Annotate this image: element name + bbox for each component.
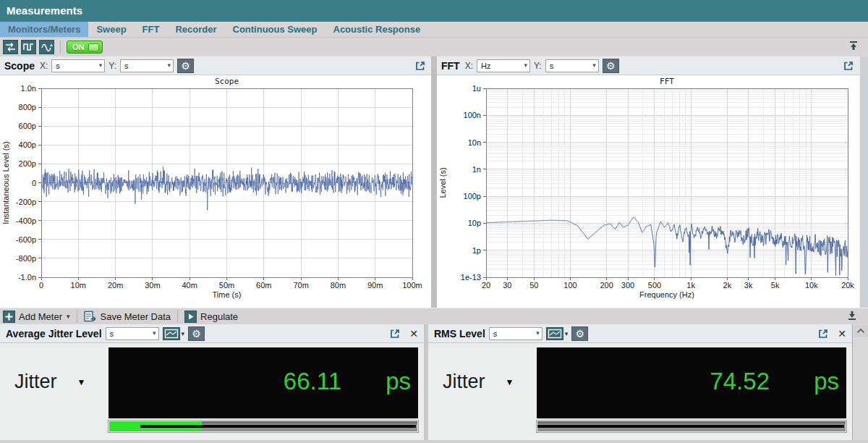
scope-panel-title: Scope: [4, 60, 35, 72]
svg-text:Level (s): Level (s): [438, 167, 447, 198]
svg-text:40m: 40m: [182, 281, 197, 290]
tab-acoustic-response[interactable]: Acoustic Response: [326, 22, 429, 37]
rms-level-unit: ps: [814, 368, 839, 395]
svg-text:3k: 3k: [744, 281, 753, 290]
svg-text:50: 50: [529, 281, 538, 290]
fft-x-unit-select[interactable]: Hz▾: [477, 59, 530, 72]
avg-jitter-unit-value: s: [110, 329, 114, 338]
svg-text:-800p: -800p: [16, 254, 36, 263]
popout-icon: [843, 60, 854, 72]
scope-x-unit-select[interactable]: s▾: [51, 59, 105, 72]
meter-style-icon: [163, 327, 180, 340]
svg-text:10p: 10p: [468, 219, 481, 227]
svg-text:20k: 20k: [841, 281, 854, 290]
svg-text:50m: 50m: [219, 281, 234, 290]
svg-text:1n: 1n: [472, 165, 481, 174]
avg-jitter-unit-select[interactable]: s▾: [106, 327, 159, 340]
regulate-button[interactable]: Regulate: [200, 311, 238, 322]
svg-text:FFT: FFT: [660, 77, 674, 86]
rms-level-meter-panel: RMS Level s▾ ▾ ⚙: [428, 324, 852, 440]
tab-sweep[interactable]: Sweep: [88, 22, 134, 37]
meter-style-button[interactable]: ▾: [546, 327, 569, 340]
svg-text:Instantaneous Level (s): Instantaneous Level (s): [1, 141, 10, 224]
scope-settings-button[interactable]: ⚙: [177, 59, 194, 73]
avg-jitter-close-button[interactable]: ✕: [409, 328, 418, 339]
save-meter-data-button[interactable]: Save Meter Data: [101, 311, 171, 322]
chevron-down-icon: ▾: [592, 62, 596, 69]
chevron-down-icon[interactable]: ▾: [67, 313, 70, 320]
avg-jitter-popout-button[interactable]: [388, 327, 401, 340]
rms-level-meter-title: RMS Level: [434, 328, 485, 339]
svg-text:5k: 5k: [771, 281, 780, 290]
rms-level-channel-select[interactable]: Jitter ▼: [443, 371, 514, 393]
avg-jitter-meter-title: Average Jitter Level: [6, 328, 102, 339]
fft-settings-button[interactable]: ⚙: [603, 59, 619, 73]
rms-level-value: 74.52: [710, 368, 770, 395]
rms-level-unit-select[interactable]: s▾: [489, 327, 542, 340]
tab-monitors-meters[interactable]: Monitors/Meters: [0, 22, 88, 37]
meter-style-button[interactable]: ▾: [163, 327, 185, 340]
svg-text:10m: 10m: [71, 281, 86, 290]
scroll-up-button[interactable]: [854, 325, 868, 337]
analyzer-button[interactable]: [39, 40, 54, 54]
avg-jitter-channel-select[interactable]: Jitter ▼: [14, 371, 85, 393]
meter-toolbar: Add Meter ▾ Save Meter Data Regulate: [0, 308, 868, 324]
svg-text:-400p: -400p: [16, 216, 36, 225]
scope-y-unit-select[interactable]: s▾: [120, 59, 174, 72]
svg-text:200: 200: [600, 281, 613, 290]
popout-icon: [389, 328, 401, 339]
rms-level-settings-button[interactable]: ⚙: [571, 326, 588, 341]
avg-jitter-meter-header: Average Jitter Level s▾ ▾ ⚙: [0, 324, 424, 343]
collapse-panel-up-button[interactable]: [848, 41, 859, 54]
svg-text:10n: 10n: [468, 138, 481, 147]
toolbar-separator: [177, 310, 178, 323]
fft-chart: 2030501002003005001k2k3k5k10k20k1u100n10…: [437, 75, 859, 308]
avg-jitter-settings-button[interactable]: ⚙: [188, 326, 205, 341]
svg-text:90m: 90m: [367, 281, 383, 290]
channel-dropdown-icon: ▼: [77, 377, 86, 387]
io-swap-button[interactable]: [3, 40, 18, 54]
avg-jitter-display: 66.11 ps: [109, 347, 418, 418]
on-toggle-handle-icon: [88, 43, 99, 51]
chevron-down-icon: ▾: [524, 62, 527, 69]
tab-fft[interactable]: FFT: [135, 22, 168, 37]
collapse-down-icon: [846, 311, 858, 321]
scroll-up-icon: [856, 328, 865, 334]
meters-scrollbar[interactable]: [852, 324, 868, 440]
chevron-down-icon: ▾: [153, 329, 156, 337]
scope-y-label: Y:: [109, 61, 116, 71]
fft-popout-button[interactable]: [842, 59, 855, 72]
meter-bar-line: [140, 425, 416, 428]
fft-panel: FFT X: Hz▾ Y: s▾ ⚙ 2030501002003005001k2…: [437, 56, 859, 308]
tab-recorder[interactable]: Recorder: [167, 22, 224, 37]
svg-text:100: 100: [563, 281, 576, 290]
rms-level-close-button[interactable]: ✕: [838, 328, 846, 339]
scope-popout-button[interactable]: [414, 59, 427, 72]
add-icon: [3, 311, 15, 323]
fft-y-unit-select[interactable]: s▾: [545, 59, 599, 72]
scope-x-label: X:: [40, 61, 48, 71]
popout-icon: [414, 60, 426, 72]
fft-x-label: X:: [465, 61, 473, 71]
generator-button[interactable]: [21, 40, 36, 54]
channel-dropdown-icon: ▼: [506, 377, 514, 387]
svg-text:30: 30: [503, 281, 511, 290]
rms-level-channel-label: Jitter: [443, 371, 485, 393]
svg-text:1p: 1p: [472, 246, 481, 255]
svg-text:1e-13: 1e-13: [461, 273, 481, 282]
svg-text:600p: 600p: [19, 122, 36, 130]
svg-text:0: 0: [39, 281, 43, 290]
generator-icon: [23, 42, 34, 52]
scope-y-unit-value: s: [124, 62, 129, 70]
output-on-toggle[interactable]: ON: [67, 41, 103, 54]
avg-jitter-unit: ps: [386, 368, 411, 395]
fft-panel-title: FFT: [441, 60, 460, 72]
scope-x-unit-value: s: [56, 62, 60, 70]
fft-panel-header: FFT X: Hz▾ Y: s▾ ⚙: [437, 56, 859, 75]
collapse-panel-down-button[interactable]: [846, 311, 858, 323]
svg-text:100m: 100m: [402, 281, 422, 290]
rms-level-popout-button[interactable]: [817, 327, 830, 340]
tab-continuous-sweep[interactable]: Continuous Sweep: [225, 22, 326, 37]
add-meter-button[interactable]: Add Meter: [19, 311, 62, 322]
rms-level-unit-value: s: [493, 329, 498, 338]
